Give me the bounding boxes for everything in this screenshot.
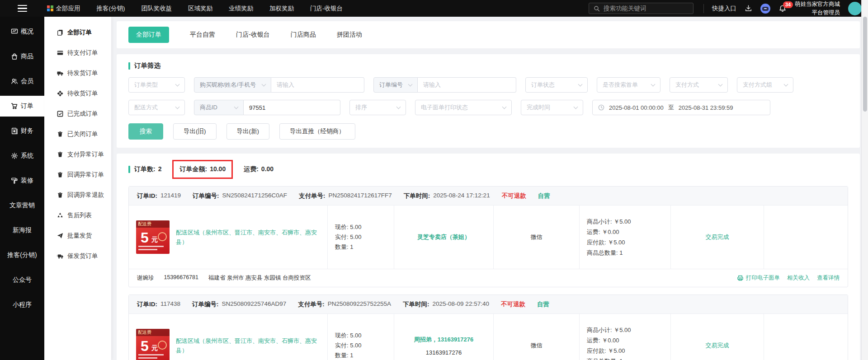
sort-select[interactable]: 排序 — [349, 100, 406, 115]
delivery-method-select[interactable]: 配送方式 — [128, 100, 185, 115]
tab-store-goods[interactable]: 门店商品 — [291, 31, 316, 39]
product-title-link[interactable]: 配送区域（泉州市区、晋江市、南安市、石狮市、惠安县） — [176, 336, 320, 355]
nav-weighted-reward[interactable]: 加权奖励 — [269, 5, 294, 13]
product-thumbnail[interactable]: 配送费 5 元 — [136, 329, 170, 360]
menu-pending-receipt[interactable]: 待收货订单 — [44, 83, 111, 103]
receiver-name: 谢婉珍 — [137, 274, 154, 282]
scrollbar-thumb[interactable] — [863, 17, 867, 112]
menu-callback-refund[interactable]: 回调异常退款 — [44, 185, 111, 205]
nav-promoter[interactable]: 推客(分销) — [97, 5, 125, 13]
date-range-picker[interactable]: 2025-08-01 00:00:00 至 2025-08-31 23:59:5… — [592, 100, 770, 115]
menu-batch-shipment[interactable]: 批量发货 — [44, 225, 111, 246]
tab-group-activity[interactable]: 拼团活动 — [337, 31, 362, 39]
order-type-select[interactable]: 订单类型 — [128, 77, 185, 93]
accent-bar — [128, 166, 130, 173]
buyer-field-select[interactable]: 购买昵称/姓名/手机号 — [194, 77, 271, 93]
tab-platform-self[interactable]: 平台自营 — [190, 31, 215, 39]
sidebar-item-system[interactable]: 系统 — [0, 145, 44, 166]
red-annotation-box: 订单金额:10.00 — [172, 160, 233, 179]
trash-icon — [57, 151, 63, 158]
sidebar-item-finance[interactable]: 财务 — [0, 121, 44, 141]
hamburger-menu-icon[interactable] — [0, 5, 44, 12]
sidebar-item-mini-program[interactable]: 小程序 — [0, 295, 44, 315]
quick-entry-link[interactable]: 快捷入口 — [712, 5, 736, 13]
sidebar-item-overview[interactable]: 概况 — [0, 21, 44, 42]
export-direct-button[interactable]: 导出直推（经销商） — [279, 123, 355, 140]
sidebar-item-members[interactable]: 会员 — [0, 71, 44, 92]
buyer-search-input[interactable]: 请输入 — [271, 77, 364, 93]
product-id-select[interactable]: 商品ID — [194, 100, 244, 115]
sidebar-item-article-marketing[interactable]: 文章营销 — [0, 195, 44, 216]
export-old-button[interactable]: 导出(旧) — [173, 123, 217, 140]
trash-icon — [57, 172, 63, 178]
menu-all-orders[interactable]: 全部订单 — [44, 22, 111, 42]
topbar-search-input[interactable]: 搜索功能关键词 — [589, 3, 693, 14]
sidebar-item-new-poster[interactable]: 新海报 — [0, 220, 44, 241]
chevron-down-icon — [784, 82, 788, 86]
nav-performance-reward[interactable]: 业绩奖励 — [229, 5, 253, 13]
menu-after-sale[interactable]: 售后列表 — [44, 205, 111, 225]
order-status-select[interactable]: 订单状态 — [525, 77, 588, 93]
order-no-select[interactable]: 订单编号 — [373, 77, 418, 93]
menu-urge-shipment[interactable]: 催发货订单 — [44, 246, 111, 266]
no-refund-tag: 不可退款 — [502, 192, 526, 200]
nav-store-cashier[interactable]: 门店-收银台 — [310, 5, 343, 13]
search-button[interactable]: 搜索 — [128, 123, 163, 140]
topbar: 全部应用 推客(分销) 团队奖收益 区域奖励 业绩奖励 加权奖励 门店-收银台 … — [0, 0, 868, 17]
sidebar: 概况 商品 会员 订单 财务 系统 — [0, 17, 44, 360]
product-id-input[interactable]: 97551 — [244, 100, 340, 115]
download-icon[interactable] — [745, 5, 752, 12]
filter-row-2: 配送方式 商品ID 97551 排序 电子面单打印状态 完成时间 2025-08… — [128, 100, 848, 115]
sidebar-item-orders[interactable]: 订单 — [0, 96, 44, 117]
print-eorder-link[interactable]: 打印电子面单 — [737, 274, 780, 282]
pay-method-group-select[interactable]: 支付方式组 — [737, 77, 793, 93]
nav-team-reward[interactable]: 团队奖收益 — [142, 5, 172, 13]
pay-method-select[interactable]: 支付方式 — [670, 77, 728, 93]
view-detail-link[interactable]: 查看详情 — [817, 274, 840, 282]
tab-all-orders[interactable]: 全部订单 — [128, 27, 169, 43]
store-name-link[interactable]: 灵芝专卖店（茶姐） — [417, 233, 470, 241]
sidebar-item-goods[interactable]: 商品 — [0, 46, 44, 67]
finish-time-select[interactable]: 完成时间 — [521, 100, 583, 115]
sidebar-item-official-account[interactable]: 公众号 — [0, 270, 44, 290]
menu-pending-shipment[interactable]: 待发货订单 — [44, 63, 111, 83]
avatar[interactable] — [848, 2, 862, 15]
assistant-robot-icon[interactable] — [760, 4, 770, 14]
freight-label: 运费: — [244, 165, 259, 173]
buyer-name-link[interactable]: 周招弟，13163917276 — [414, 336, 474, 344]
menu-completed[interactable]: 已完成订单 — [44, 103, 111, 124]
export-new-button[interactable]: 导出(新) — [226, 123, 270, 140]
orders-count-label: 订单数: — [134, 165, 156, 173]
tab-store-cashier[interactable]: 门店-收银台 — [236, 31, 270, 39]
order-time: 2025-08-24 17:12:21 — [433, 192, 490, 200]
menu-pending-payment[interactable]: 待支付订单 — [44, 42, 111, 63]
product-id-combo: 商品ID 97551 — [194, 100, 340, 115]
menu-payment-abnormal[interactable]: 支付异常订单 — [44, 144, 111, 164]
topbar-right: 快捷入口 34 萌娃当家官方商城 平台管理员 — [693, 0, 868, 16]
notifications-button[interactable]: 34 — [778, 5, 787, 13]
apps-grid-icon — [47, 5, 53, 12]
freight-value: 0.00 — [261, 165, 274, 173]
menu-closed[interactable]: 已关闭订单 — [44, 124, 111, 144]
sidebar-item-decorate[interactable]: 装修 — [0, 170, 44, 191]
related-income-link[interactable]: 相关收入 — [787, 274, 810, 282]
order-card: 订单ID:121419 订单编号:SN250824171256C0AF 支付单号… — [128, 186, 848, 287]
user-info: 萌娃当家官方商城 平台管理员 — [795, 0, 840, 16]
product-title-link[interactable]: 配送区域（泉州市区、晋江市、南安市、石狮市、惠安县） — [176, 228, 320, 247]
buyer-cell: 灵芝专卖店（茶姐） — [394, 206, 494, 269]
order-no-input[interactable]: 请输入 — [418, 77, 516, 93]
menu-callback-abnormal[interactable]: 回调异常订单 — [44, 164, 111, 185]
product-cell: 配送费 5 元 配送区域（泉州市区、晋江市、南安市、石狮市、惠安县） — [129, 314, 328, 360]
product-thumbnail[interactable]: 配送费 5 元 — [136, 220, 170, 254]
first-order-select[interactable]: 是否搜索首单 — [597, 77, 660, 93]
pay-method: 微信 — [531, 341, 542, 350]
eorder-print-status-select[interactable]: 电子面单打印状态 — [415, 100, 512, 115]
sidebar-item-promoter[interactable]: 推客(分销) — [0, 245, 44, 266]
order-header: 订单ID:121419 订单编号:SN250824171256C0AF 支付单号… — [129, 187, 848, 206]
finance-icon — [11, 127, 18, 135]
nav-region-reward[interactable]: 区域奖励 — [188, 5, 212, 13]
no-refund-tag: 不可退款 — [501, 300, 525, 309]
filter-actions: 搜索 导出(旧) 导出(新) 导出直推（经销商） — [128, 123, 848, 140]
totals-cell: 商品小计: ￥5.00 运费: ￥0.00 应付款: ￥5.00 商品总数量: … — [580, 314, 671, 360]
nav-all-apps[interactable]: 全部应用 — [47, 5, 80, 13]
